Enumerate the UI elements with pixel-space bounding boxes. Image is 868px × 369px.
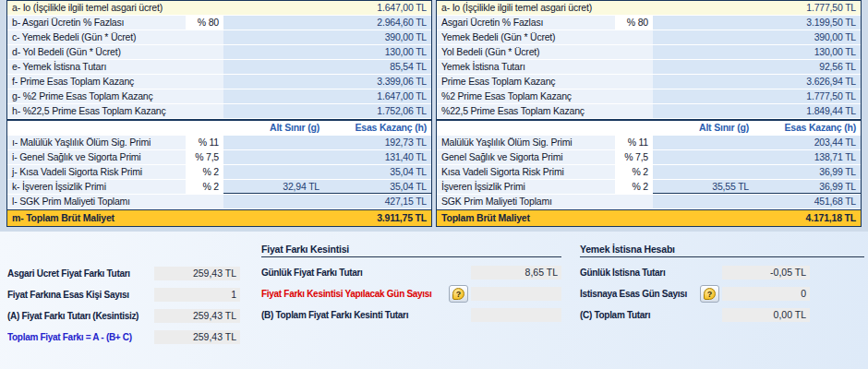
row-label: d- Yol Bedeli (Gün * Ücret): [7, 45, 223, 59]
row-value: 138,71 TL: [757, 150, 861, 164]
form-row: Fiyat Farkı Kesintisi Yapılacak Gün Sayı…: [261, 286, 561, 301]
row-percent: % 7,5: [615, 150, 653, 164]
row-label: Malülük Yaşlılık Ölüm Sig. Primi: [437, 136, 615, 149]
row-alt-value: [223, 165, 328, 179]
table-row: ı- Malülük Yaşlılık Ölüm Sig. Primi % 11…: [7, 136, 431, 150]
table-row: Asgari Ücretin % Fazlası % 80 3.199,50 T…: [437, 16, 861, 30]
meal-total-field: 0,00 TL: [722, 308, 810, 322]
row-value: 1.647,00 TL: [223, 89, 431, 103]
min-wage-price-diff-field: 259,43 TL: [154, 267, 240, 280]
daily-exemption-field: -0,05 TL: [722, 266, 810, 280]
row-label: h- %22,5 Prime Esas Toplam Kazanç: [7, 104, 223, 118]
deduction-days-label: Fiyat Farkı Kesintisi Yapılacak Gün Sayı…: [261, 289, 449, 299]
row-value: 131,40 TL: [328, 150, 431, 164]
col-header-esas-kazanc: Esas Kazanç (h): [328, 121, 431, 135]
row-value: 390,00 TL: [653, 30, 861, 44]
row-value: 2.964,60 TL: [223, 16, 431, 30]
table-row: Malülük Yaşlılık Ölüm Sig. Primi % 11 20…: [437, 136, 861, 150]
section-price-difference: Asgari Ücret Fiyat Farkı Tutarı 259,43 T…: [7, 266, 240, 351]
row-alt-value: [223, 136, 328, 149]
row-label: SGK Prim Maliyeti Toplamı: [437, 195, 653, 208]
help-button[interactable]: ?: [700, 285, 719, 303]
row-alt-value: [653, 150, 757, 164]
row-label: a- Io (İşçilikle ilgili temel asgari ücr…: [437, 1, 653, 15]
row-label: Yol Bedeli (Gün * Ücret): [437, 45, 653, 59]
exemption-days-label: İstisnaya Esas Gün Sayısı: [580, 289, 700, 299]
row-value: 36,99 TL: [757, 165, 861, 179]
table-row: SGK Prim Maliyeti Toplamı 451,68 TL: [437, 195, 861, 209]
row-label: f- Prime Esas Toplam Kazanç: [7, 75, 223, 89]
exemption-days-input[interactable]: 0: [722, 287, 810, 301]
field-label: (A) Fiyat Farkı Tutarı (Kesintisiz): [7, 311, 154, 321]
total-value: 4.171,18 TL: [653, 210, 861, 226]
col-header-esas-kazanc: Esas Kazanç (h): [757, 121, 861, 135]
row-value: 1.777,50 TL: [653, 1, 861, 15]
form-row: (A) Fiyat Farkı Tutarı (Kesintisiz) 259,…: [7, 308, 240, 323]
bottom-region: Asgari Ücret Fiyat Farkı Tutarı 259,43 T…: [0, 232, 868, 369]
row-label: j- Kısa Vadeli Sigorta Risk Primi: [7, 165, 186, 179]
payroll-cost-screen: a- Io (İşçilikle ilgili temel asgari ücr…: [0, 0, 868, 369]
row-percent: % 80: [615, 16, 653, 30]
row-label: %2 Prime Esas Toplam Kazanç: [437, 89, 653, 103]
row-label: Genel Sağlık ve Sigorta Primi: [437, 150, 615, 164]
row-value: 3.199,50 TL: [653, 16, 861, 30]
table-row: Yemek Bedeli (Gün * Ücret) 390,00 TL: [437, 30, 861, 45]
row-label: %22,5 Prime Esas Toplam Kazanç: [437, 104, 653, 118]
row-alt-value: 35,55 TL: [653, 180, 757, 194]
section-price-diff-deduction: Fiyat Farkı Kesintisi Günlük Fiyat Farkı…: [261, 244, 561, 328]
row-label: ı- Malülük Yaşlılık Ölüm Sig. Primi: [7, 136, 186, 149]
total-price-diff-formula-label: Toplam Fiyat Farkı = A - (B+ C): [7, 332, 154, 342]
row-label: Prime Esas Toplam Kazanç: [437, 75, 653, 89]
row-label: k- İşveren İşsizlik Primi: [7, 180, 186, 194]
cost-table-right: a- Io (İşçilikle ilgili temel asgari ücr…: [436, 0, 862, 227]
column-header-row: Alt Sınır (g) Esas Kazanç (h): [437, 121, 861, 136]
table-row: f- Prime Esas Toplam Kazanç 3.399,06 TL: [7, 75, 431, 89]
row-value: 1.849,44 TL: [653, 104, 861, 118]
row-value: 35,04 TL: [328, 180, 431, 194]
person-count-field[interactable]: 1: [154, 288, 240, 302]
form-row: Günlük Fiyat Farkı Tutarı 8,65 TL: [261, 265, 561, 280]
row-percent: % 7,5: [186, 150, 223, 164]
section-meal-exemption: Yemek İstisna Hesabı Günlük İstisna Tuta…: [580, 244, 864, 328]
table-row: %22,5 Prime Esas Toplam Kazanç 1.849,44 …: [437, 104, 861, 119]
row-alt-value: 32,94 TL: [223, 180, 328, 194]
col-header-alt-sinir: Alt Sınır (g): [653, 121, 757, 135]
table-row: Yol Bedeli (Gün * Ücret) 130,00 TL: [437, 45, 861, 60]
row-value: 3.626,94 TL: [653, 75, 861, 89]
help-button[interactable]: ?: [449, 285, 468, 303]
row-value: 130,00 TL: [223, 45, 431, 59]
table-row: %2 Prime Esas Toplam Kazanç 1.777,50 TL: [437, 89, 861, 104]
deduction-days-input[interactable]: [471, 287, 561, 301]
gross-price-diff-field: 259,43 TL: [154, 309, 240, 323]
row-percent: % 2: [186, 180, 223, 194]
row-value: 1.647,00 TL: [223, 1, 431, 15]
table-row: k- İşveren İşsizlik Primi % 2 32,94 TL 3…: [7, 180, 431, 195]
total-price-diff-field: 259,43 TL: [154, 330, 240, 344]
table-row: Genel Sağlık ve Sigorta Primi % 7,5 138,…: [437, 150, 861, 165]
question-icon: ?: [452, 288, 464, 300]
daily-price-diff-field: 8,65 TL: [471, 266, 561, 280]
row-alt-value: [653, 195, 757, 208]
row-value: 92,56 TL: [653, 60, 861, 74]
row-label: e- Yemek İstisna Tutarı: [7, 60, 223, 74]
row-percent: % 2: [615, 180, 653, 194]
field-label: Asgari Ücret Fiyat Farkı Tutarı: [7, 268, 154, 279]
table-row: Kısa Vadeli Sigorta Risk Primi % 2 36,99…: [437, 165, 861, 180]
field-label: Günlük Fiyat Farkı Tutarı: [261, 268, 471, 278]
row-percent: % 80: [186, 16, 223, 30]
spacer: [437, 121, 653, 135]
cost-tables-region: a- Io (İşçilikle ilgili temel asgari ücr…: [0, 0, 868, 232]
row-label: g- %2 Prime Esas Toplam Kazanç: [7, 89, 223, 103]
row-label: Kısa Vadeli Sigorta Risk Primi: [437, 165, 615, 179]
row-value: 203,44 TL: [757, 136, 861, 149]
table-row: İşveren İşsizlik Primi % 2 35,55 TL 36,9…: [437, 180, 861, 195]
total-row: Toplam Brüt Maliyet 4.171,18 TL: [437, 209, 861, 226]
cost-table-left: a- Io (İşçilikle ilgili temel asgari ücr…: [6, 0, 432, 227]
row-label: Asgari Ücretin % Fazlası: [437, 16, 615, 30]
row-value: 85,54 TL: [223, 60, 431, 74]
form-row: Asgari Ücret Fiyat Farkı Tutarı 259,43 T…: [7, 266, 240, 280]
table-row: Prime Esas Toplam Kazanç 3.626,94 TL: [437, 75, 861, 89]
field-label: (C) Toplam Tutarı: [580, 310, 722, 320]
table-row: Yemek İstisna Tutarı 92,56 TL: [437, 60, 861, 75]
row-label: c- Yemek Bedeli (Gün * Ücret): [7, 30, 223, 44]
